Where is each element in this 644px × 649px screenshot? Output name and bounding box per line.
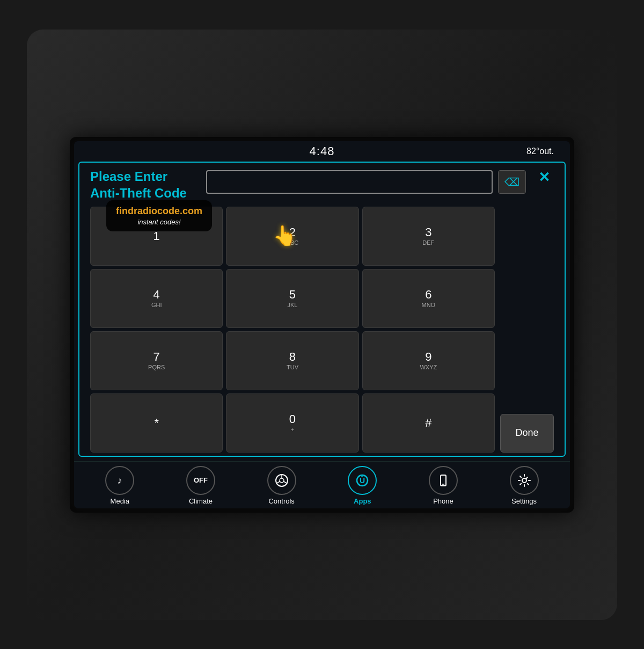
key-button-4[interactable]: 4GHI (90, 269, 223, 328)
dialog-header: Please Enter Anti-Theft Code ⌫ ✕ (90, 168, 554, 201)
watermark-url: findradiocode.com (116, 206, 202, 217)
code-input-box[interactable] (206, 170, 493, 194)
svg-point-2 (280, 478, 284, 483)
svg-text:♪: ♪ (118, 475, 122, 486)
top-bar: 4:48 82°out. (74, 141, 570, 162)
key-button-5[interactable]: 5JKL (226, 269, 358, 328)
nav-label-media: Media (111, 497, 129, 505)
temperature-display: 82°out. (526, 147, 554, 156)
nav-item-media[interactable]: ♪Media (96, 466, 144, 505)
hand-pointer-icon: 👆 (273, 224, 297, 247)
keypad-area: 12ABC3DEF4GHI5JKL6MNO7PQRS8TUV9WXYZ*0+# … (90, 207, 554, 453)
nav-item-climate[interactable]: OFFClimate (177, 466, 225, 505)
apps-icon: Û (348, 466, 377, 495)
screen: 4:48 82°out. Please Enter Anti-Theft Cod… (74, 141, 570, 508)
key-button-9[interactable]: 9WXYZ (362, 331, 495, 390)
svg-line-5 (283, 481, 287, 483)
nav-label-climate: Climate (189, 497, 213, 505)
off-text: OFF (186, 466, 215, 495)
svg-line-4 (277, 481, 280, 483)
prompt-title: Please Enter Anti-Theft Code (90, 168, 197, 201)
key-button-3[interactable]: 3DEF (362, 207, 495, 266)
nav-label-controls: Controls (268, 497, 294, 505)
nav-item-phone[interactable]: Phone (419, 466, 467, 505)
keypad-right: Done (500, 207, 554, 453)
controls-icon (267, 466, 296, 495)
svg-text:Û: Û (360, 476, 365, 485)
watermark-overlay: findradiocode.com instant codes! (106, 200, 212, 231)
car-surround: 4:48 82°out. Please Enter Anti-Theft Cod… (27, 30, 617, 620)
input-row: ⌫ (206, 170, 526, 194)
key-button-*[interactable]: * (90, 393, 223, 453)
nav-item-apps[interactable]: ÛApps (338, 466, 386, 505)
done-button[interactable]: Done (500, 414, 554, 453)
gear-icon (510, 466, 539, 495)
key-button-#[interactable]: # (362, 393, 495, 453)
phone-icon (429, 466, 458, 495)
screen-bezel: 4:48 82°out. Please Enter Anti-Theft Cod… (70, 137, 574, 513)
backspace-button[interactable]: ⌫ (498, 170, 526, 194)
key-button-7[interactable]: 7PQRS (90, 331, 223, 390)
watermark-subtitle: instant codes! (116, 218, 202, 226)
key-button-8[interactable]: 8TUV (226, 331, 358, 390)
nav-item-settings[interactable]: Settings (500, 466, 548, 505)
bottom-nav: ♪MediaOFFClimateControlsÛAppsPhoneSettin… (74, 461, 570, 508)
time-display: 4:48 (310, 144, 335, 158)
nav-item-controls[interactable]: Controls (258, 466, 306, 505)
key-button-6[interactable]: 6MNO (362, 269, 495, 328)
nav-label-apps: Apps (354, 497, 371, 505)
svg-point-10 (522, 478, 526, 483)
close-button[interactable]: ✕ (535, 168, 554, 187)
music-note: ♪ (105, 466, 134, 495)
nav-label-settings: Settings (511, 497, 537, 505)
nav-label-phone: Phone (433, 497, 453, 505)
key-button-0[interactable]: 0+ (226, 393, 358, 453)
